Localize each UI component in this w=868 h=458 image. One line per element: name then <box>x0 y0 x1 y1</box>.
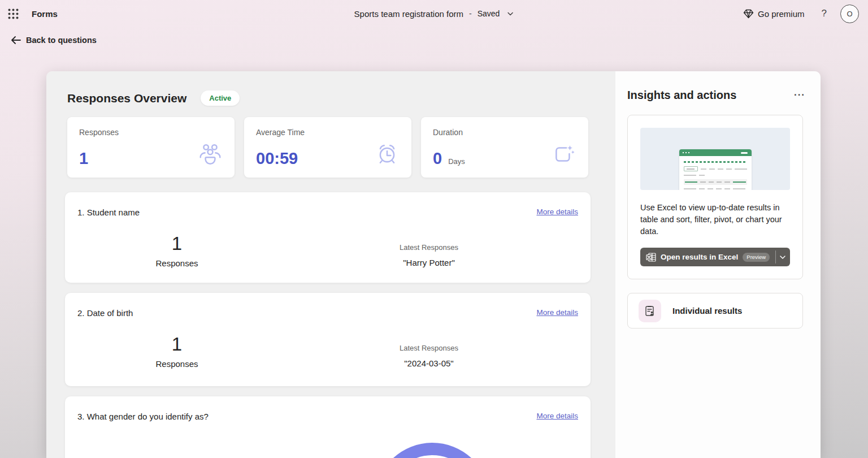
question-title: 3. What gender do you identify as? <box>77 412 209 421</box>
response-count-label: Responses <box>65 258 289 268</box>
response-count-block: 1 Responses <box>65 233 289 268</box>
stat-label: Duration <box>433 128 463 137</box>
latest-responses-label: Latest Responses <box>316 344 542 352</box>
more-details-link[interactable]: More details <box>536 308 578 317</box>
responses-overview-panel: Responses Overview Active Responses 1 Av… <box>46 71 615 458</box>
go-premium-label: Go premium <box>758 9 805 19</box>
more-details-link[interactable]: More details <box>536 208 578 216</box>
stat-unit: Days <box>448 157 465 166</box>
stat-label: Average Time <box>256 128 305 137</box>
stat-card-responses: Responses 1 <box>67 117 235 178</box>
excel-button-dropdown[interactable] <box>776 248 790 266</box>
more-options-icon[interactable]: ··· <box>791 88 809 102</box>
question-title: 1. Student name <box>77 208 140 217</box>
overview-header: Responses Overview Active <box>67 90 615 106</box>
latest-response-block: Latest Responses "Harry Potter" <box>316 243 542 267</box>
excel-insight-card: Use Excel to view up-to-date results in … <box>627 115 803 279</box>
diamond-icon <box>743 9 754 19</box>
stat-value: 0 <box>433 149 442 168</box>
question-card-3: 3. What gender do you identify as? More … <box>65 396 591 458</box>
open-results-in-excel-button[interactable]: Open results in Excel Preview <box>640 248 790 266</box>
preview-badge: Preview <box>743 253 770 262</box>
stat-value: 1 <box>79 149 88 168</box>
save-status: Saved <box>478 9 500 18</box>
individual-results-icon-box <box>639 300 661 322</box>
response-count-label: Responses <box>65 359 289 369</box>
stat-card-duration: Duration 0 Days <box>421 117 588 178</box>
responses-page-container: Responses Overview Active Responses 1 Av… <box>46 71 821 458</box>
stat-card-average-time: Average Time 00:59 <box>244 117 411 178</box>
question-title: 2. Date of birth <box>77 308 133 318</box>
response-count: 1 <box>65 334 289 355</box>
go-premium-button[interactable]: Go premium <box>740 7 808 21</box>
app-name: Forms <box>32 9 58 19</box>
insights-title: Insights and actions <box>627 89 736 102</box>
latest-response-value: "Harry Potter" <box>316 258 542 267</box>
back-arrow-icon <box>11 36 21 44</box>
insights-sidebar: Insights and actions ··· <box>615 71 821 458</box>
excel-icon <box>646 253 656 262</box>
gender-donut-chart <box>375 443 490 458</box>
latest-response-value: "2024-03-05" <box>316 358 542 368</box>
insights-header: Insights and actions ··· <box>627 88 809 102</box>
title-separator: - <box>469 9 472 18</box>
form-title-group[interactable]: Sports team registration form - Saved <box>354 9 514 19</box>
waffle-icon <box>8 8 19 19</box>
help-icon[interactable]: ? <box>816 6 832 21</box>
excel-illustration <box>640 128 790 190</box>
page-title: Responses Overview <box>67 92 186 105</box>
individual-results-button[interactable]: Individual results <box>627 293 803 329</box>
calendar-sparkle-icon <box>552 142 576 166</box>
people-icon <box>198 142 222 166</box>
avatar-initial: O <box>847 10 852 18</box>
excel-description: Use Excel to view up-to-date results in … <box>640 202 790 237</box>
stat-label: Responses <box>79 128 119 137</box>
form-title: Sports team registration form <box>354 9 463 19</box>
chevron-down-icon[interactable] <box>506 10 514 18</box>
stat-value: 00:59 <box>256 149 298 168</box>
topbar-right: Go premium ? O <box>740 5 862 23</box>
mini-spreadsheet-graphic <box>679 149 752 190</box>
response-count: 1 <box>65 233 289 254</box>
stats-row: Responses 1 Average Time 00:59 <box>67 117 615 178</box>
question-card-1: 1. Student name More details 1 Responses… <box>65 192 591 283</box>
response-count-block: 1 Responses <box>65 334 289 369</box>
app-launcher-icon[interactable] <box>2 3 24 24</box>
open-results-label: Open results in Excel <box>661 253 738 261</box>
latest-response-block: Latest Responses "2024-03-05" <box>316 344 542 368</box>
more-details-link[interactable]: More details <box>536 412 578 420</box>
back-to-questions-button[interactable]: Back to questions <box>11 36 97 45</box>
individual-results-label: Individual results <box>672 306 742 316</box>
question-card-2: 2. Date of birth More details 1 Response… <box>65 293 591 386</box>
status-badge: Active <box>201 90 240 106</box>
clipboard-person-icon <box>644 305 656 317</box>
alarm-clock-icon <box>375 142 399 166</box>
latest-responses-label: Latest Responses <box>316 243 542 252</box>
top-app-bar: Forms Sports team registration form - Sa… <box>0 0 868 27</box>
avatar[interactable]: O <box>840 5 859 23</box>
back-to-questions-label: Back to questions <box>26 36 97 45</box>
chevron-down-icon <box>779 254 786 261</box>
